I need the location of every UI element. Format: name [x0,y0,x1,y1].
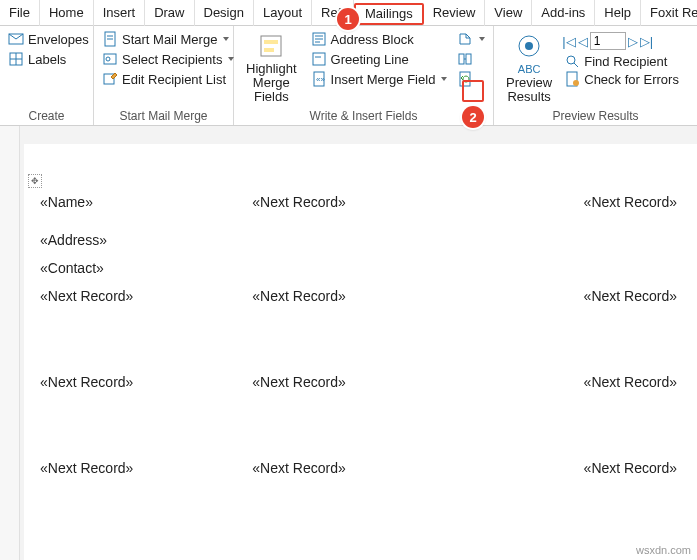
annotation-badge-1: 1 [337,8,359,30]
group-write-label: Write & Insert Fields [240,106,487,125]
merge-field-next: «Next Record» [252,374,464,390]
check-errors-label: Check for Errors [584,72,679,87]
group-create: Envelopes Labels Create [0,26,94,125]
tab-view[interactable]: View [485,0,532,26]
tab-draw[interactable]: Draw [145,0,194,26]
document-icon [102,31,118,47]
first-record-button[interactable]: |◁ [562,34,575,49]
edit-list-icon [102,71,118,87]
svg-point-26 [525,42,533,50]
greeting-line-button[interactable]: Greeting Line [309,50,450,68]
vertical-ruler [0,126,20,560]
merge-field-next: «Next Record» [252,460,464,476]
chevron-down-icon [223,37,229,41]
record-number-input[interactable] [590,32,626,50]
svg-rect-10 [261,36,281,56]
highlight-icon [257,32,285,60]
ribbon: Envelopes Labels Create Start Mail Merge [0,26,697,126]
address-block-label: Address Block [331,32,414,47]
find-recipient-button[interactable]: Find Recipient [562,52,681,70]
svg-point-27 [567,56,575,64]
match-fields-icon [457,51,473,67]
tab-layout[interactable]: Layout [254,0,312,26]
group-create-label: Create [6,106,87,125]
highlight-label-2: Merge Fields [246,76,297,104]
merge-field-next: «Next Record» [40,374,252,390]
insert-merge-field-label: Insert Merge Field [331,72,436,87]
preview-label-1: Preview [506,76,552,90]
tab-file[interactable]: File [0,0,40,26]
merge-field-next: «Next Record» [252,288,464,304]
chevron-down-icon [479,37,485,41]
preview-results-button[interactable]: ABC Preview Results [500,30,558,106]
labels-button[interactable]: Labels [6,50,87,68]
annotation-badge-2: 2 [462,106,484,128]
merge-field-next: «Next Record» [465,194,677,210]
tab-foxit[interactable]: Foxit Reader [641,0,697,26]
rules-button[interactable] [455,30,487,48]
svg-point-8 [106,57,110,61]
tab-addins[interactable]: Add-ins [532,0,595,26]
merge-field-next: «Next Record» [465,288,677,304]
prev-record-button[interactable]: ◁ [578,34,588,49]
select-recipients-button[interactable]: Select Recipients [100,50,227,68]
group-write-insert: Highlight Merge Fields Address Block Gre… [234,26,494,125]
search-icon [564,53,580,69]
tab-help[interactable]: Help [595,0,641,26]
next-record-button[interactable]: ▷ [628,34,638,49]
merge-field-next: «Next Record» [465,460,677,476]
record-navigation: |◁ ◁ ▷ ▷| [562,30,681,52]
envelope-icon [8,31,24,47]
last-record-button[interactable]: ▷| [640,34,653,49]
document-page[interactable]: ✥ «Name» «Next Record» «Next Record» «Ad… [20,144,697,560]
select-recipients-label: Select Recipients [122,52,222,67]
labels-label: Labels [28,52,66,67]
merge-field-next: «Next Record» [40,460,252,476]
svg-line-28 [574,63,578,67]
edit-recipient-list-button[interactable]: Edit Recipient List [100,70,227,88]
greeting-line-label: Greeting Line [331,52,409,67]
svg-text:«»: «» [316,75,325,84]
tab-review[interactable]: Review [424,0,486,26]
tab-insert[interactable]: Insert [94,0,146,26]
svg-rect-12 [264,48,274,52]
address-block-button[interactable]: Address Block [309,30,450,48]
insert-merge-field-button[interactable]: «» Insert Merge Field [309,70,450,88]
edit-recipient-list-label: Edit Recipient List [122,72,226,87]
start-mail-merge-label: Start Mail Merge [122,32,217,47]
labels-icon [8,51,24,67]
check-errors-icon [564,71,580,87]
merge-field-contact: «Contact» [20,260,697,276]
highlight-merge-fields-button[interactable]: Highlight Merge Fields [240,30,303,106]
merge-field-icon: «» [311,71,327,87]
tab-mailings[interactable]: Mailings [354,3,424,25]
watermark: wsxdn.com [636,544,691,556]
group-preview-results: ABC Preview Results |◁ ◁ ▷ ▷| Find Recip… [494,26,697,125]
abc-label: ABC [518,62,541,76]
svg-rect-17 [313,53,325,65]
tab-design[interactable]: Design [195,0,254,26]
merge-field-next: «Next Record» [40,288,252,304]
svg-rect-11 [264,40,278,44]
merge-field-address: «Address» [20,232,697,248]
rules-icon [457,31,473,47]
group-start-label: Start Mail Merge [100,106,227,125]
merge-field-next: «Next Record» [252,194,464,210]
recipients-icon [102,51,118,67]
group-preview-label: Preview Results [500,106,691,125]
address-block-icon [311,31,327,47]
annotation-highlight-2 [462,80,484,102]
find-recipient-label: Find Recipient [584,54,667,69]
table-anchor-icon[interactable]: ✥ [28,174,42,188]
svg-point-30 [573,80,579,86]
svg-rect-21 [459,54,464,64]
chevron-down-icon [441,77,447,81]
match-fields-button[interactable] [455,50,487,68]
start-mail-merge-button[interactable]: Start Mail Merge [100,30,227,48]
envelopes-button[interactable]: Envelopes [6,30,87,48]
merge-field-next: «Next Record» [465,374,677,390]
group-start-mail-merge: Start Mail Merge Select Recipients Edit … [94,26,234,125]
check-errors-button[interactable]: Check for Errors [562,70,681,88]
greeting-icon [311,51,327,67]
tab-home[interactable]: Home [40,0,94,26]
